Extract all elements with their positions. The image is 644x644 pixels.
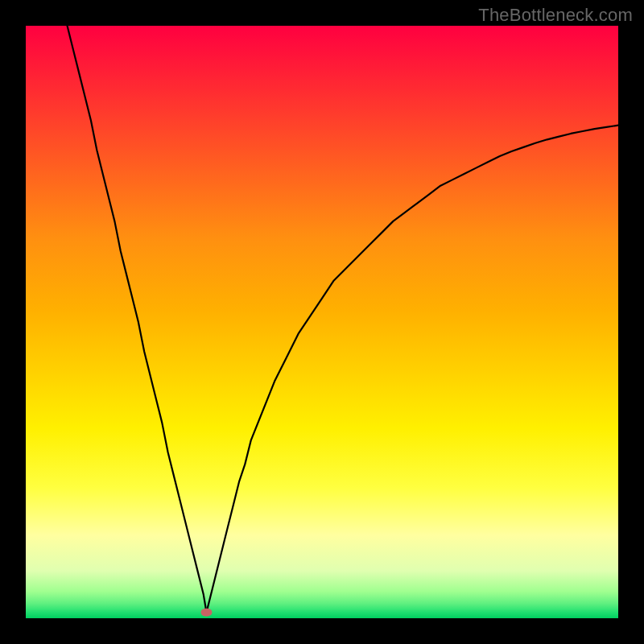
plot-area — [26, 26, 618, 618]
gradient-background — [26, 26, 618, 618]
chart-frame: TheBottleneck.com — [0, 0, 644, 644]
watermark-text: TheBottleneck.com — [478, 5, 633, 26]
minimum-marker — [200, 609, 212, 617]
chart-svg — [26, 26, 618, 618]
